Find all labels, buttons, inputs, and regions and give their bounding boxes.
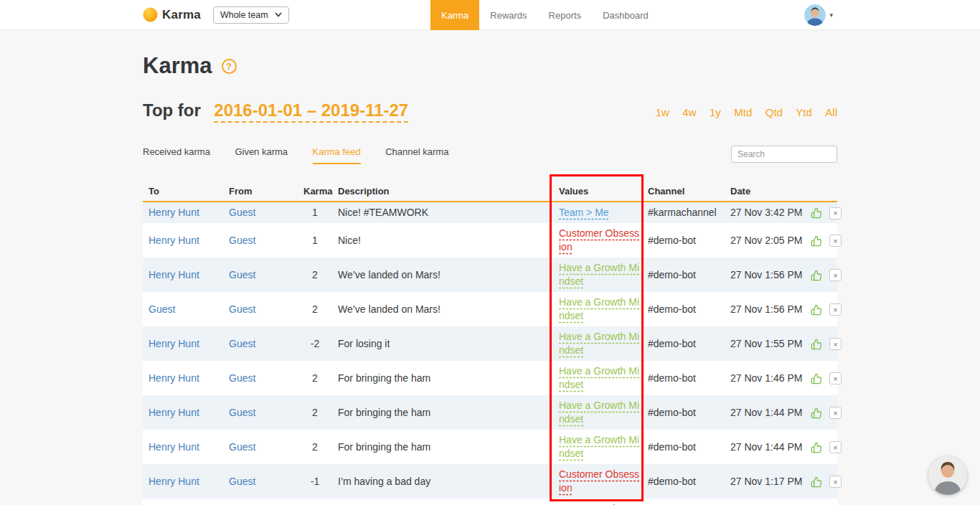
- chevron-down-icon: [275, 12, 282, 17]
- thumbs-up-icon[interactable]: [811, 304, 822, 316]
- description-text: [332, 499, 553, 505]
- search-input[interactable]: [731, 146, 837, 163]
- from-link[interactable]: Guest: [229, 303, 255, 315]
- app-logo[interactable]: Karma: [143, 7, 201, 22]
- date-text: 27 Nov 1:46 PM: [725, 361, 805, 395]
- from-link[interactable]: Guest: [229, 441, 255, 453]
- table-row: Henry Hunt Guest 2 For bringing the ham …: [143, 395, 837, 430]
- range-1w[interactable]: 1w: [656, 106, 669, 118]
- to-link[interactable]: Henry Hunt: [149, 269, 199, 280]
- page-title: Karma: [143, 53, 212, 79]
- date-text: 27 Nov 2:05 PM: [725, 223, 805, 258]
- karma-points: 2: [298, 292, 332, 326]
- user-avatar[interactable]: [804, 4, 826, 26]
- table-row: Guest Guest 2 We’ve landed on Mars! Have…: [143, 292, 837, 326]
- range-ytd[interactable]: Ytd: [796, 106, 812, 118]
- nav-rewards[interactable]: Rewards: [479, 0, 537, 30]
- team-selector-value: Whole team: [220, 10, 268, 20]
- nav-karma[interactable]: Karma: [430, 0, 479, 30]
- channel-text: #karmachannel: [642, 202, 725, 223]
- to-link[interactable]: Henry Hunt: [149, 476, 199, 487]
- thumbs-up-icon[interactable]: [811, 207, 822, 219]
- table-row: Henry Hunt Guest -2 For losing it Have a…: [143, 326, 837, 361]
- delete-button[interactable]: ×: [829, 338, 842, 350]
- from-link[interactable]: Guest: [229, 372, 255, 384]
- thumbs-up-icon[interactable]: [811, 407, 822, 419]
- date-text: [725, 499, 805, 505]
- range-1y[interactable]: 1y: [710, 106, 721, 118]
- channel-text: [642, 499, 725, 505]
- date-text: 27 Nov 1:44 PM: [725, 395, 805, 430]
- delete-button[interactable]: ×: [829, 269, 842, 281]
- to-link[interactable]: Guest: [149, 303, 175, 315]
- date-range-link[interactable]: 2016-01-01 – 2019-11-27: [214, 100, 408, 120]
- delete-button[interactable]: ×: [829, 303, 842, 316]
- tab-channel-karma[interactable]: Channel karma: [385, 146, 448, 164]
- channel-text: #demo-bot: [642, 326, 725, 361]
- tab-given-karma[interactable]: Given karma: [235, 146, 288, 164]
- to-link[interactable]: Henry Hunt: [149, 407, 199, 418]
- delete-button[interactable]: ×: [829, 372, 842, 384]
- value-link[interactable]: Have a Growth Mindset: [559, 296, 639, 321]
- main-nav: Karma Rewards Reports Dashboard: [430, 0, 659, 30]
- value-link[interactable]: Have a Growth Mindset: [559, 262, 639, 287]
- date-text: 27 Nov 1:56 PM: [725, 258, 805, 292]
- to-link[interactable]: Henry Hunt: [149, 372, 199, 384]
- value-link[interactable]: Team > Me: [559, 207, 609, 218]
- date-text: 27 Nov 1:17 PM: [725, 464, 805, 499]
- to-link[interactable]: Henry Hunt: [149, 441, 199, 453]
- range-4w[interactable]: 4w: [682, 106, 696, 118]
- thumbs-up-icon[interactable]: [811, 270, 822, 281]
- karma-points: 1: [298, 202, 332, 223]
- value-link[interactable]: Have a Growth Mindset: [559, 434, 639, 459]
- user-menu[interactable]: ▾: [804, 4, 833, 26]
- from-link[interactable]: Guest: [229, 269, 255, 280]
- description-text: Nice!: [332, 223, 553, 258]
- value-link[interactable]: Customer Obsession: [559, 227, 639, 252]
- date-text: 27 Nov 1:56 PM: [725, 292, 805, 326]
- chat-widget-avatar[interactable]: [928, 456, 967, 495]
- delete-button[interactable]: ×: [829, 235, 842, 247]
- thumbs-up-icon[interactable]: [811, 476, 822, 488]
- from-link[interactable]: Guest: [229, 235, 255, 246]
- value-link[interactable]: Have a Growth Mindset: [559, 365, 639, 390]
- from-link[interactable]: Guest: [229, 407, 255, 418]
- range-qtd[interactable]: Qtd: [765, 106, 783, 118]
- channel-text: #demo-bot: [642, 292, 725, 326]
- karma-logo-icon: [143, 7, 158, 22]
- tab-received-karma[interactable]: Received karma: [143, 146, 210, 164]
- thumbs-up-icon[interactable]: [811, 442, 822, 453]
- karma-points: 1: [298, 223, 332, 258]
- thumbs-up-icon[interactable]: [811, 235, 822, 247]
- value-link[interactable]: Have a Growth Mindset: [559, 400, 639, 425]
- value-link[interactable]: Have a Growth Mindset: [559, 331, 639, 356]
- channel-text: #demo-bot: [642, 223, 725, 258]
- tab-karma-feed[interactable]: Karma feed: [313, 146, 361, 164]
- top-navbar: Karma Whole team Karma Rewards Reports D…: [0, 0, 980, 30]
- to-link[interactable]: Henry Hunt: [149, 207, 199, 218]
- to-link[interactable]: Henry Hunt: [149, 235, 199, 246]
- nav-reports[interactable]: Reports: [538, 0, 593, 30]
- description-text: Nice! #TEAMWORK: [332, 202, 553, 223]
- from-link[interactable]: Guest: [229, 476, 255, 487]
- range-shortcuts: 1w 4w 1y Mtd Qtd Ytd All: [646, 106, 837, 119]
- delete-button[interactable]: ×: [829, 407, 842, 419]
- thumbs-up-icon[interactable]: [811, 339, 822, 350]
- delete-button[interactable]: ×: [829, 207, 842, 220]
- top-for-section: Top for 2016-01-01 – 2019-11-27: [143, 100, 408, 121]
- team-selector[interactable]: Whole team: [213, 6, 289, 24]
- help-icon[interactable]: ?: [222, 59, 237, 74]
- date-text: 27 Nov 1:44 PM: [725, 430, 805, 464]
- value-link[interactable]: Customer Obsession: [559, 468, 639, 494]
- top-for-label: Top for: [143, 100, 201, 120]
- delete-button[interactable]: ×: [829, 476, 842, 488]
- nav-dashboard[interactable]: Dashboard: [592, 0, 659, 30]
- from-link[interactable]: Guest: [229, 338, 255, 349]
- from-link[interactable]: Guest: [229, 207, 255, 218]
- delete-button[interactable]: ×: [829, 441, 842, 453]
- thumbs-up-icon[interactable]: [811, 373, 822, 384]
- range-mtd[interactable]: Mtd: [734, 106, 752, 118]
- table-row: Customer Obsession ×: [143, 499, 837, 505]
- to-link[interactable]: Henry Hunt: [149, 338, 199, 349]
- range-all[interactable]: All: [825, 106, 837, 118]
